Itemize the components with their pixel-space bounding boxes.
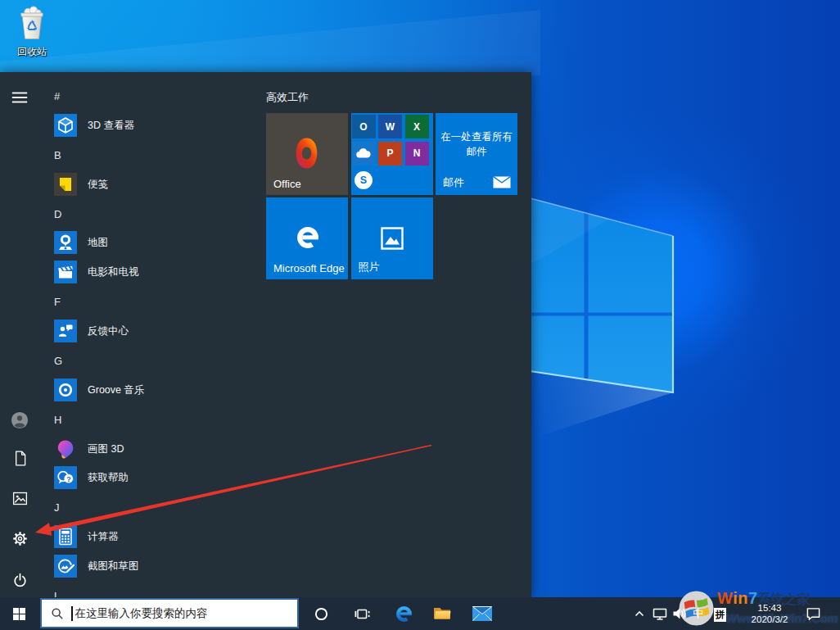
tile-office-label: Office	[273, 178, 301, 190]
edge-icon	[394, 604, 414, 624]
app-list-item[interactable]: 便笺	[39, 170, 254, 199]
mini-tile-onedrive	[352, 142, 376, 165]
app-list-item-label: 截图和草图	[88, 560, 139, 573]
gethelp-icon	[54, 466, 77, 489]
ime-mode-button[interactable]: 拼	[714, 608, 726, 622]
taskbar-edge-button[interactable]	[391, 597, 416, 630]
app-list-item[interactable]: 反馈中心	[39, 316, 254, 346]
app-list-item-label: Groove 音乐	[88, 383, 144, 397]
volume-tray-button[interactable]	[671, 597, 688, 630]
app-list-item[interactable]: 3D 查看器	[39, 111, 254, 140]
documents-button[interactable]	[0, 438, 39, 478]
app-list-letter[interactable]: H	[39, 405, 254, 434]
tile-office[interactable]: Office	[266, 113, 348, 195]
tile-photos[interactable]: 照片	[351, 197, 433, 279]
search-input[interactable]: 在这里输入你要搜索的内容	[40, 598, 299, 628]
app-list-item[interactable]: 地图	[39, 228, 254, 257]
action-center-icon	[806, 606, 821, 622]
cortana-icon	[314, 607, 328, 621]
start-menu: #3D 查看器B便笺D地图电影和电视F反馈中心GGroove 音乐H画图 3D获…	[0, 72, 531, 597]
tile-office-apps-folder[interactable]: OWXPNS	[351, 113, 433, 195]
maps-icon	[54, 231, 77, 254]
app-list-item[interactable]: Groove 音乐	[39, 375, 254, 405]
app-list-letter[interactable]: F	[39, 287, 254, 316]
pictures-icon	[11, 490, 29, 507]
user-button[interactable]	[0, 401, 39, 440]
start-flag-icon	[13, 608, 25, 620]
tile-mail-text: 在一处查看所有 邮件	[436, 130, 517, 159]
onedrive-cloud-icon	[355, 148, 372, 159]
feedback-icon	[54, 320, 77, 342]
movies-icon	[54, 261, 77, 283]
menu-expand-button[interactable]	[0, 78, 39, 117]
ime-language-button[interactable]: 中	[691, 597, 706, 630]
app-list-item-label: 画图 3D	[88, 442, 124, 456]
mail-icon	[472, 605, 493, 622]
tile-photos-label: 照片	[359, 260, 380, 274]
app-list-item[interactable]: 电影和电视	[39, 257, 254, 287]
chevron-up-icon	[635, 610, 644, 618]
envelope-icon	[493, 176, 511, 188]
document-icon	[11, 450, 29, 467]
mini-tile-powerpoint: P	[378, 142, 402, 165]
network-icon	[653, 606, 667, 621]
app-list-letter[interactable]: D	[39, 199, 254, 229]
tray-expand-button[interactable]	[632, 597, 647, 630]
tile-mail-text-line1: 在一处查看所有	[436, 130, 517, 145]
office-logo-icon	[295, 137, 318, 170]
folder-icon	[432, 604, 452, 623]
edge-logo-icon	[294, 221, 322, 254]
pictures-button[interactable]	[0, 478, 39, 518]
recycle-bin-icon	[16, 4, 48, 43]
snip-icon	[54, 555, 77, 578]
app-list-letter-label: J	[54, 501, 60, 514]
hamburger-icon	[11, 88, 29, 107]
gear-icon	[11, 529, 29, 548]
app-list-item[interactable]: 截图和草图	[39, 551, 254, 581]
app-list-item[interactable]: 获取帮助	[39, 463, 254, 492]
text-caret	[71, 606, 73, 621]
recycle-bin[interactable]: 回收站	[7, 4, 57, 59]
mail-button[interactable]	[470, 597, 495, 630]
app-list-letter-label: G	[54, 354, 62, 366]
task-view-button[interactable]	[350, 597, 374, 630]
app-list-item-label: 反馈中心	[88, 324, 129, 338]
taskbar: Win7系统之家 Www.WinWin7.Com 在这里输入你要搜索的内容	[0, 597, 840, 630]
app-list-letter[interactable]: B	[39, 140, 254, 170]
app-list-item[interactable]: 计算器	[39, 522, 254, 551]
app-list-letter[interactable]: J	[39, 492, 254, 522]
network-tray-button[interactable]	[652, 597, 668, 630]
action-center-button[interactable]	[803, 597, 823, 630]
tile-edge[interactable]: Microsoft Edge	[266, 197, 348, 279]
tile-group-header: 高效工作	[266, 90, 309, 105]
search-placeholder-text: 在这里输入你要搜索的内容	[75, 606, 208, 621]
tile-mail[interactable]: 在一处查看所有 邮件 邮件	[436, 113, 517, 195]
power-button[interactable]	[0, 560, 39, 597]
volume-icon	[672, 606, 687, 621]
app-list-item-label: 3D 查看器	[88, 118, 134, 132]
power-icon	[11, 572, 29, 589]
app-list-letter[interactable]: L	[39, 581, 254, 597]
tile-mail-label: 邮件	[443, 175, 464, 190]
taskbar-clock[interactable]: 15:43 2020/3/2	[735, 597, 804, 630]
app-list-letter-label: #	[54, 90, 60, 102]
app-list-letter[interactable]: #	[39, 81, 254, 111]
cortana-button[interactable]	[309, 597, 333, 630]
app-list-item-label: 计算器	[88, 530, 119, 544]
mini-tile-outlook: O	[352, 115, 376, 138]
clock-time: 15:43	[758, 602, 782, 614]
mini-tile-onenote: N	[405, 142, 429, 165]
app-list-letter[interactable]: G	[39, 346, 254, 375]
recycle-bin-label: 回收站	[7, 45, 57, 59]
start-button[interactable]	[7, 597, 32, 630]
app-list-item-label: 电影和电视	[88, 265, 139, 279]
clock-date: 2020/3/2	[752, 614, 788, 625]
app-list-item[interactable]: 画图 3D	[39, 434, 254, 464]
settings-button[interactable]	[0, 519, 39, 558]
task-view-icon	[355, 606, 370, 622]
file-explorer-button[interactable]	[430, 597, 454, 630]
mini-tile-excel: X	[405, 115, 429, 138]
tile-edge-label: Microsoft Edge	[273, 262, 345, 274]
app-list-item-label: 地图	[88, 236, 108, 250]
app-list-letter-label: B	[54, 148, 61, 161]
